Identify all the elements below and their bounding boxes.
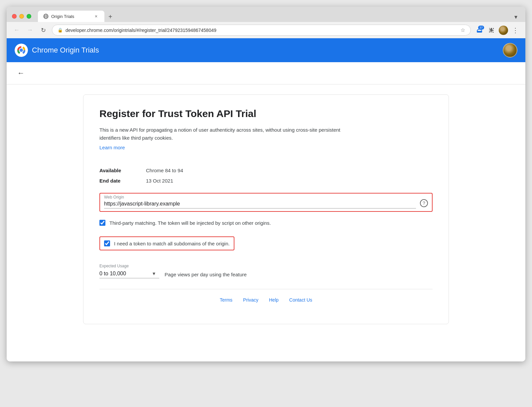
back-navigation-button[interactable]: ←	[17, 69, 25, 77]
url-text: developer.chrome.com/origintrials/#/regi…	[66, 28, 458, 33]
extension-icon[interactable]: 37	[475, 26, 484, 35]
back-button[interactable]: ←	[12, 26, 21, 35]
expected-usage-label: Expected Usage	[99, 264, 433, 268]
web-origin-field-group: Web Origin ?	[99, 193, 433, 212]
address-bar-row: ← → ↻ 🔒 developer.chrome.com/origintrial…	[7, 22, 525, 38]
third-party-checkbox[interactable]	[99, 220, 105, 226]
app-title: Chrome Origin Trials	[32, 46, 99, 55]
expected-usage-group: Expected Usage 0 to 10,000 10,000 to 100…	[99, 264, 433, 278]
extension-badge: 37	[478, 26, 484, 30]
bookmark-icon[interactable]: ☆	[461, 27, 465, 33]
help-link[interactable]: Help	[269, 297, 279, 303]
header-profile-avatar[interactable]	[503, 43, 517, 58]
web-origin-label: Web Origin	[104, 195, 416, 200]
privacy-link[interactable]: Privacy	[243, 297, 258, 303]
web-origin-field-inner: Web Origin	[104, 195, 416, 208]
address-bar-actions: 37 ⋮	[475, 25, 520, 36]
subdomain-checkbox-container: I need a token to match all subdomains o…	[99, 236, 234, 250]
web-origin-field-container: Web Origin ?	[99, 193, 433, 212]
main-card: Register for Trust Token API Trial This …	[83, 94, 449, 324]
page-description: This is a new API for propagating a noti…	[99, 126, 359, 142]
svg-rect-5	[477, 31, 482, 33]
usage-description: Page views per day using the feature	[165, 272, 247, 277]
active-tab[interactable]: Origin Trials ×	[38, 11, 104, 22]
learn-more-link[interactable]: Learn more	[99, 145, 125, 150]
question-mark-icon: ?	[423, 201, 425, 206]
web-origin-help-icon[interactable]: ?	[420, 199, 428, 207]
svg-point-8	[20, 49, 23, 52]
footer: Terms Privacy Help Contact Us	[99, 289, 433, 311]
minimize-window-button[interactable]	[19, 14, 24, 19]
extensions-button[interactable]	[487, 26, 496, 35]
tab-favicon-icon	[43, 14, 49, 19]
title-bar: Origin Trials × + ▾	[7, 7, 525, 22]
available-row: Available Chrome 84 to 94	[99, 168, 433, 173]
new-tab-button[interactable]: +	[106, 12, 115, 22]
lock-icon: 🔒	[58, 28, 63, 33]
traffic-lights	[12, 14, 31, 19]
web-origin-input[interactable]	[104, 201, 416, 207]
usage-select-wrapper: 0 to 10,000 10,000 to 100,000 100,000 to…	[99, 270, 159, 278]
content-area: ← Register for Trust Token API Trial Thi…	[7, 62, 525, 361]
back-row: ←	[7, 62, 525, 84]
third-party-checkbox-label: Third-party matching. The token will be …	[109, 220, 271, 226]
chrome-logo-icon	[15, 44, 28, 57]
end-date-row: End date 13 Oct 2021	[99, 178, 433, 184]
page-heading: Register for Trust Token API Trial	[99, 108, 433, 119]
browser-more-menu-button[interactable]: ⋮	[511, 25, 520, 36]
address-bar[interactable]: 🔒 developer.chrome.com/origintrials/#/re…	[52, 25, 471, 36]
contact-us-link[interactable]: Contact Us	[289, 297, 312, 303]
close-window-button[interactable]	[12, 14, 17, 19]
terms-link[interactable]: Terms	[220, 297, 232, 303]
available-value: Chrome 84 to 94	[146, 168, 183, 173]
forward-button[interactable]: →	[25, 26, 35, 35]
dropdown-arrow-icon: ▾	[153, 270, 155, 277]
subdomain-checkbox-label: I need a token to match all subdomains o…	[114, 241, 230, 246]
tab-bar: Origin Trials × + ▾	[38, 11, 520, 22]
app-header-left: Chrome Origin Trials	[15, 44, 99, 57]
available-label: Available	[99, 168, 146, 173]
third-party-checkbox-row: Third-party matching. The token will be …	[99, 220, 433, 226]
maximize-window-button[interactable]	[27, 14, 31, 19]
usage-row: 0 to 10,000 10,000 to 100,000 100,000 to…	[99, 270, 433, 278]
browser-menu-icon[interactable]: ▾	[512, 12, 520, 22]
tab-title: Origin Trials	[51, 14, 90, 19]
app-header: Chrome Origin Trials	[7, 38, 525, 62]
subdomain-checkbox[interactable]	[104, 240, 110, 246]
browser-window: Origin Trials × + ▾ ← → ↻ 🔒 developer.ch…	[7, 7, 525, 361]
tab-close-button[interactable]: ×	[93, 13, 99, 19]
info-table: Available Chrome 84 to 94 End date 13 Oc…	[99, 168, 433, 184]
profile-avatar[interactable]	[499, 26, 508, 35]
web-origin-input-row	[104, 201, 416, 208]
subdomain-checkbox-bordered: I need a token to match all subdomains o…	[99, 236, 234, 250]
end-date-label: End date	[99, 178, 146, 184]
end-date-value: 13 Oct 2021	[146, 178, 173, 184]
expected-usage-select[interactable]: 0 to 10,000 10,000 to 100,000 100,000 to…	[99, 271, 153, 276]
reload-button[interactable]: ↻	[39, 26, 48, 35]
